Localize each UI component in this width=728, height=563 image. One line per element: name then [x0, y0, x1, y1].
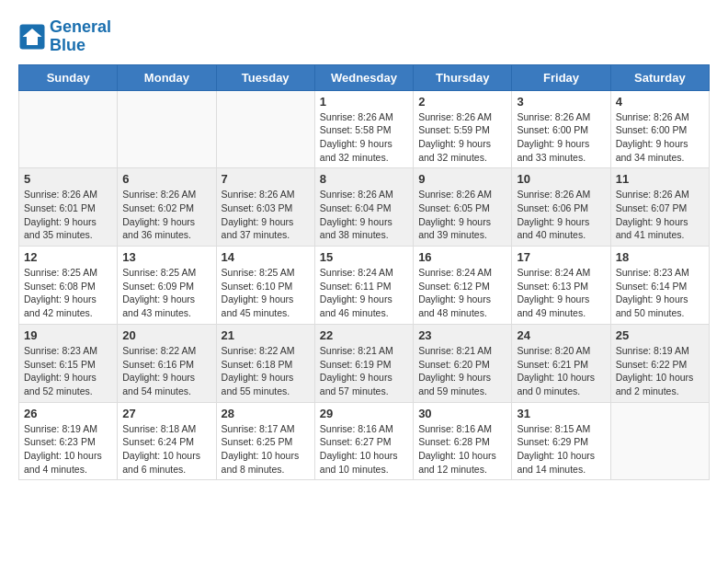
calendar-cell: 26Sunrise: 8:19 AM Sunset: 6:23 PM Dayli… [19, 402, 118, 480]
day-number: 22 [320, 328, 408, 342]
calendar-week-4: 19Sunrise: 8:23 AM Sunset: 6:15 PM Dayli… [19, 324, 710, 402]
calendar-cell [118, 90, 216, 168]
day-number: 10 [517, 172, 605, 186]
day-info: Sunrise: 8:25 AM Sunset: 6:08 PM Dayligh… [24, 266, 112, 320]
day-info: Sunrise: 8:26 AM Sunset: 6:01 PM Dayligh… [24, 188, 112, 242]
day-info: Sunrise: 8:19 AM Sunset: 6:23 PM Dayligh… [24, 422, 112, 477]
day-info: Sunrise: 8:26 AM Sunset: 6:00 PM Dayligh… [517, 110, 605, 165]
calendar-cell: 28Sunrise: 8:17 AM Sunset: 6:25 PM Dayli… [216, 402, 314, 480]
day-info: Sunrise: 8:25 AM Sunset: 6:09 PM Dayligh… [122, 266, 210, 320]
day-info: Sunrise: 8:26 AM Sunset: 6:06 PM Dayligh… [517, 188, 605, 242]
calendar-week-2: 5Sunrise: 8:26 AM Sunset: 6:01 PM Daylig… [19, 168, 710, 247]
calendar-cell: 23Sunrise: 8:21 AM Sunset: 6:20 PM Dayli… [414, 324, 512, 402]
calendar-cell [216, 90, 314, 168]
day-number: 24 [517, 328, 605, 342]
calendar-cell: 9Sunrise: 8:26 AM Sunset: 6:05 PM Daylig… [414, 168, 512, 247]
day-number: 26 [24, 407, 112, 420]
calendar-cell: 22Sunrise: 8:21 AM Sunset: 6:19 PM Dayli… [314, 324, 413, 402]
calendar-cell: 16Sunrise: 8:24 AM Sunset: 6:12 PM Dayli… [414, 247, 512, 325]
calendar-cell: 5Sunrise: 8:26 AM Sunset: 6:01 PM Daylig… [19, 168, 118, 247]
day-info: Sunrise: 8:24 AM Sunset: 6:12 PM Dayligh… [418, 266, 506, 320]
weekday-header-monday: Monday [118, 64, 216, 90]
day-number: 8 [320, 172, 408, 186]
day-info: Sunrise: 8:22 AM Sunset: 6:16 PM Dayligh… [122, 344, 210, 398]
day-info: Sunrise: 8:26 AM Sunset: 5:58 PM Dayligh… [320, 110, 408, 165]
weekday-header-wednesday: Wednesday [314, 64, 413, 90]
day-info: Sunrise: 8:24 AM Sunset: 6:13 PM Dayligh… [517, 266, 605, 320]
day-info: Sunrise: 8:16 AM Sunset: 6:27 PM Dayligh… [320, 422, 408, 477]
day-number: 14 [222, 250, 310, 264]
calendar-cell: 24Sunrise: 8:20 AM Sunset: 6:21 PM Dayli… [512, 324, 610, 402]
calendar-cell: 14Sunrise: 8:25 AM Sunset: 6:10 PM Dayli… [216, 247, 314, 325]
day-info: Sunrise: 8:26 AM Sunset: 6:05 PM Dayligh… [418, 188, 506, 242]
page-header: General Blue [18, 18, 710, 55]
calendar-cell: 25Sunrise: 8:19 AM Sunset: 6:22 PM Dayli… [610, 324, 709, 402]
day-number: 9 [418, 172, 506, 186]
calendar-cell: 12Sunrise: 8:25 AM Sunset: 6:08 PM Dayli… [19, 247, 118, 325]
weekday-header-thursday: Thursday [414, 64, 512, 90]
calendar-cell: 18Sunrise: 8:23 AM Sunset: 6:14 PM Dayli… [610, 247, 709, 325]
day-number: 1 [320, 95, 408, 109]
calendar-cell: 1Sunrise: 8:26 AM Sunset: 5:58 PM Daylig… [314, 90, 413, 168]
calendar-table: SundayMondayTuesdayWednesdayThursdayFrid… [18, 64, 710, 481]
day-info: Sunrise: 8:21 AM Sunset: 6:19 PM Dayligh… [320, 344, 408, 398]
day-number: 19 [24, 328, 112, 342]
calendar-cell: 3Sunrise: 8:26 AM Sunset: 6:00 PM Daylig… [512, 90, 610, 168]
day-info: Sunrise: 8:21 AM Sunset: 6:20 PM Dayligh… [418, 344, 506, 398]
day-info: Sunrise: 8:26 AM Sunset: 6:00 PM Dayligh… [616, 110, 704, 165]
day-info: Sunrise: 8:20 AM Sunset: 6:21 PM Dayligh… [517, 344, 605, 398]
day-number: 16 [418, 250, 506, 264]
day-info: Sunrise: 8:26 AM Sunset: 6:03 PM Dayligh… [222, 188, 310, 242]
day-number: 28 [222, 407, 310, 420]
day-info: Sunrise: 8:25 AM Sunset: 6:10 PM Dayligh… [222, 266, 310, 320]
day-number: 25 [616, 328, 704, 342]
calendar-cell [19, 90, 118, 168]
day-number: 20 [122, 328, 210, 342]
calendar-cell: 31Sunrise: 8:15 AM Sunset: 6:29 PM Dayli… [512, 402, 610, 480]
day-number: 2 [418, 95, 506, 109]
calendar-cell [610, 402, 709, 480]
day-number: 13 [122, 250, 210, 264]
day-number: 30 [418, 407, 506, 420]
weekday-header-saturday: Saturday [610, 64, 709, 90]
calendar-cell: 2Sunrise: 8:26 AM Sunset: 5:59 PM Daylig… [414, 90, 512, 168]
logo-icon [18, 23, 46, 51]
logo-text: General Blue [50, 18, 111, 55]
day-number: 7 [222, 172, 310, 186]
calendar-cell: 15Sunrise: 8:24 AM Sunset: 6:11 PM Dayli… [314, 247, 413, 325]
day-number: 3 [517, 95, 605, 109]
weekday-header-tuesday: Tuesday [216, 64, 314, 90]
calendar-cell: 7Sunrise: 8:26 AM Sunset: 6:03 PM Daylig… [216, 168, 314, 247]
day-number: 29 [320, 407, 408, 420]
calendar-cell: 29Sunrise: 8:16 AM Sunset: 6:27 PM Dayli… [314, 402, 413, 480]
day-info: Sunrise: 8:19 AM Sunset: 6:22 PM Dayligh… [616, 344, 704, 398]
calendar-cell: 10Sunrise: 8:26 AM Sunset: 6:06 PM Dayli… [512, 168, 610, 247]
day-number: 17 [517, 250, 605, 264]
calendar-cell: 13Sunrise: 8:25 AM Sunset: 6:09 PM Dayli… [118, 247, 216, 325]
calendar-cell: 4Sunrise: 8:26 AM Sunset: 6:00 PM Daylig… [610, 90, 709, 168]
day-number: 15 [320, 250, 408, 264]
calendar-cell: 17Sunrise: 8:24 AM Sunset: 6:13 PM Dayli… [512, 247, 610, 325]
day-info: Sunrise: 8:16 AM Sunset: 6:28 PM Dayligh… [418, 422, 506, 477]
day-number: 5 [24, 172, 112, 186]
day-number: 18 [616, 250, 704, 264]
calendar-week-1: 1Sunrise: 8:26 AM Sunset: 5:58 PM Daylig… [19, 90, 710, 168]
day-number: 21 [222, 328, 310, 342]
day-number: 23 [418, 328, 506, 342]
calendar-week-5: 26Sunrise: 8:19 AM Sunset: 6:23 PM Dayli… [19, 402, 710, 480]
day-info: Sunrise: 8:23 AM Sunset: 6:15 PM Dayligh… [24, 344, 112, 398]
calendar-cell: 8Sunrise: 8:26 AM Sunset: 6:04 PM Daylig… [314, 168, 413, 247]
day-number: 4 [616, 95, 704, 109]
calendar-body: 1Sunrise: 8:26 AM Sunset: 5:58 PM Daylig… [19, 90, 710, 480]
calendar-cell: 30Sunrise: 8:16 AM Sunset: 6:28 PM Dayli… [414, 402, 512, 480]
day-info: Sunrise: 8:26 AM Sunset: 6:02 PM Dayligh… [122, 188, 210, 242]
day-info: Sunrise: 8:17 AM Sunset: 6:25 PM Dayligh… [222, 422, 310, 477]
day-info: Sunrise: 8:26 AM Sunset: 6:04 PM Dayligh… [320, 188, 408, 242]
calendar-cell: 6Sunrise: 8:26 AM Sunset: 6:02 PM Daylig… [118, 168, 216, 247]
day-info: Sunrise: 8:15 AM Sunset: 6:29 PM Dayligh… [517, 422, 605, 477]
calendar-cell: 21Sunrise: 8:22 AM Sunset: 6:18 PM Dayli… [216, 324, 314, 402]
weekday-header-friday: Friday [512, 64, 610, 90]
day-number: 6 [122, 172, 210, 186]
calendar-cell: 19Sunrise: 8:23 AM Sunset: 6:15 PM Dayli… [19, 324, 118, 402]
day-info: Sunrise: 8:26 AM Sunset: 6:07 PM Dayligh… [616, 188, 704, 242]
